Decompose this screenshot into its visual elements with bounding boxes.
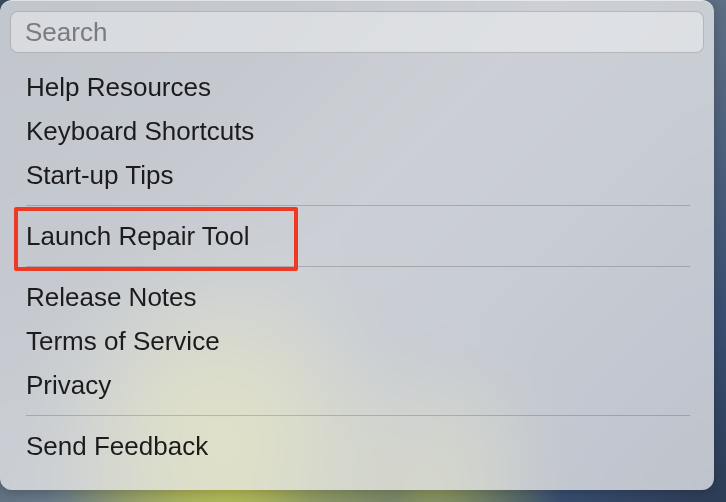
menu-item-help-resources[interactable]: Help Resources bbox=[0, 65, 714, 109]
menu-item-launch-repair-tool[interactable]: Launch Repair Tool bbox=[0, 214, 714, 258]
search-input[interactable] bbox=[10, 11, 704, 53]
menu-item-send-feedback[interactable]: Send Feedback bbox=[0, 424, 714, 468]
menu-item-privacy[interactable]: Privacy bbox=[0, 363, 714, 407]
menu-separator bbox=[26, 266, 690, 267]
menu-separator bbox=[26, 415, 690, 416]
menu-item-release-notes[interactable]: Release Notes bbox=[0, 275, 714, 319]
help-menu-panel: Help Resources Keyboard Shortcuts Start-… bbox=[0, 0, 714, 490]
search-wrap bbox=[0, 11, 714, 61]
menu-separator bbox=[26, 205, 690, 206]
help-menu: Help Resources Keyboard Shortcuts Start-… bbox=[0, 61, 714, 490]
menu-item-terms-of-service[interactable]: Terms of Service bbox=[0, 319, 714, 363]
menu-item-keyboard-shortcuts[interactable]: Keyboard Shortcuts bbox=[0, 109, 714, 153]
menu-item-startup-tips[interactable]: Start-up Tips bbox=[0, 153, 714, 197]
